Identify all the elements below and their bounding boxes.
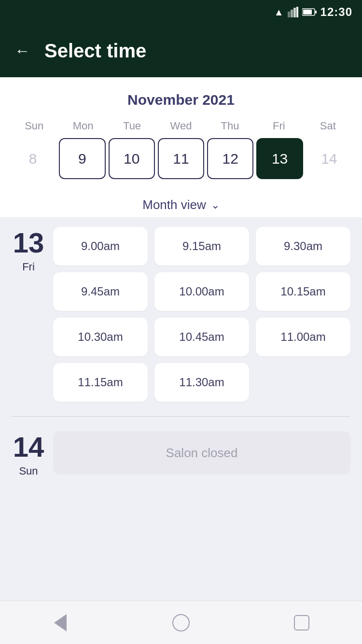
day-13-label: 13 Fri <box>12 227 45 273</box>
back-button[interactable]: ← <box>14 42 30 60</box>
nav-home-icon <box>172 614 190 631</box>
time-slot-1000[interactable]: 10.00am <box>154 272 249 311</box>
wifi-icon: ▲ <box>274 7 284 18</box>
date-11[interactable]: 11 <box>158 138 204 179</box>
time-slot-900[interactable]: 9.00am <box>53 227 148 266</box>
time-slot-1045[interactable]: 10.45am <box>154 318 249 356</box>
time-slot-1015[interactable]: 10.15am <box>256 272 350 311</box>
svg-rect-6 <box>303 10 312 14</box>
svg-rect-2 <box>293 8 296 17</box>
date-9[interactable]: 9 <box>59 138 105 179</box>
time-slot-1030[interactable]: 10.30am <box>53 318 148 356</box>
nav-back-button[interactable] <box>48 611 72 635</box>
date-13[interactable]: 13 <box>256 138 303 179</box>
day-13-time-grid: 9.00am 9.15am 9.30am 9.45am 10.00am 10.1… <box>53 227 350 402</box>
signal-icon <box>288 7 298 17</box>
day-14-row: 14 Sun Salon closed <box>12 431 350 477</box>
nav-recent-icon <box>294 615 309 630</box>
battery-icon <box>302 8 317 16</box>
day-13-number: 13 <box>13 229 44 257</box>
day-14-number: 14 <box>13 433 44 461</box>
time-slot-930[interactable]: 9.30am <box>256 227 350 266</box>
date-row: 8 9 10 11 12 13 14 <box>10 138 352 179</box>
day-14-content: Salon closed <box>53 431 350 475</box>
date-12[interactable]: 12 <box>207 138 253 179</box>
weekday-fri: Fri <box>254 120 303 132</box>
day-14-name: Sun <box>19 465 38 477</box>
chevron-down-icon: ⌄ <box>211 199 220 211</box>
status-bar: ▲ 12:30 <box>0 0 362 24</box>
weekday-thu: Thu <box>206 120 254 132</box>
svg-rect-0 <box>288 12 290 17</box>
month-view-row[interactable]: Month view ⌄ <box>0 189 362 217</box>
weekday-mon: Mon <box>58 120 107 132</box>
status-time: 12:30 <box>320 5 352 19</box>
time-slot-915[interactable]: 9.15am <box>154 227 249 266</box>
calendar-section: November 2021 Sun Mon Tue Wed Thu Fri Sa… <box>0 77 362 189</box>
day-14-label: 14 Sun <box>12 431 45 477</box>
header: ← Select time <box>0 24 362 77</box>
weekday-sat: Sat <box>304 120 352 132</box>
svg-rect-5 <box>315 11 317 14</box>
time-slot-1115[interactable]: 11.15am <box>53 363 148 402</box>
nav-home-button[interactable] <box>169 611 193 635</box>
date-10[interactable]: 10 <box>109 138 155 179</box>
nav-recent-button[interactable] <box>290 611 314 635</box>
date-14[interactable]: 14 <box>306 138 352 179</box>
time-slot-945[interactable]: 9.45am <box>53 272 148 311</box>
weekday-tue: Tue <box>108 120 156 132</box>
time-section: 13 Fri 9.00am 9.15am 9.30am 9.45am 10.00… <box>0 217 362 601</box>
day-13-row: 13 Fri 9.00am 9.15am 9.30am 9.45am 10.00… <box>12 227 350 402</box>
salon-closed-label: Salon closed <box>53 431 350 475</box>
status-icons: ▲ 12:30 <box>274 5 352 19</box>
day-divider <box>12 416 350 417</box>
date-8[interactable]: 8 <box>10 138 56 179</box>
day-13-block: 13 Fri 9.00am 9.15am 9.30am 9.45am 10.00… <box>12 227 350 402</box>
month-year-title: November 2021 <box>10 92 352 108</box>
svg-rect-1 <box>291 10 293 17</box>
week-days-row: Sun Mon Tue Wed Thu Fri Sat <box>10 120 352 132</box>
day-14-block: 14 Sun Salon closed <box>12 431 350 477</box>
weekday-sun: Sun <box>10 120 58 132</box>
svg-rect-3 <box>296 7 298 17</box>
time-slot-1130[interactable]: 11.30am <box>154 363 249 402</box>
time-slot-1100[interactable]: 11.00am <box>256 318 350 356</box>
nav-back-icon <box>54 614 67 631</box>
month-view-label: Month view <box>142 197 206 212</box>
weekday-wed: Wed <box>156 120 205 132</box>
header-title: Select time <box>44 40 146 62</box>
nav-bar <box>0 601 362 644</box>
day-13-content: 9.00am 9.15am 9.30am 9.45am 10.00am 10.1… <box>53 227 350 402</box>
day-13-name: Fri <box>22 261 35 273</box>
